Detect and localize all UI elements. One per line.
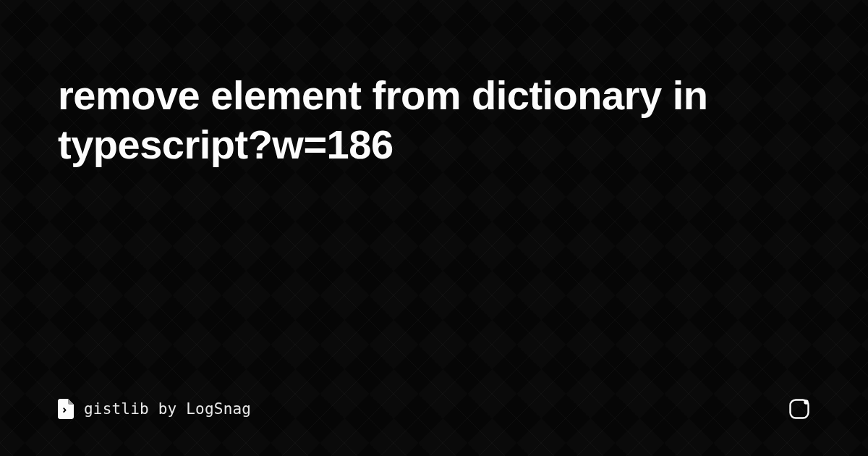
main-content: remove element from dictionary in typesc… <box>0 0 868 170</box>
brand-block: gistlib by LogSnag <box>58 399 251 419</box>
page-title: remove element from dictionary in typesc… <box>58 71 810 170</box>
file-icon <box>58 399 74 419</box>
share-external-icon <box>788 398 810 420</box>
brand-text: gistlib by LogSnag <box>84 400 251 418</box>
svg-point-1 <box>804 400 808 404</box>
footer: gistlib by LogSnag <box>58 398 810 420</box>
